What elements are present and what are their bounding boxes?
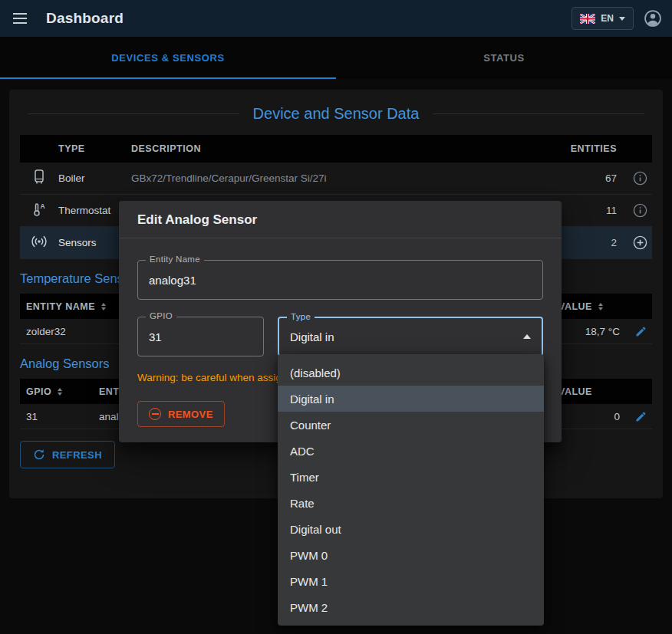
refresh-button[interactable]: REFRESH [20,441,115,468]
device-description: GBx72/Trendline/Cerapur/Greenstar Si/27i [131,172,552,184]
column-header-value: VALUE [552,386,621,397]
column-header-entities: ENTITIES [552,143,621,154]
info-icon[interactable] [633,171,647,186]
dialog-title: Edit Analog Sensor [119,201,562,238]
device-entities-count: 67 [552,172,621,184]
menu-item-disabled[interactable]: (disabled) [278,360,544,386]
sensor-value: 18,7 °C [552,326,621,337]
device-entities-count: 11 [552,205,621,216]
hamburger-icon [12,12,28,25]
menu-item-pwm-1[interactable]: PWM 1 [278,568,544,594]
entity-name-field[interactable]: Entity Name [137,260,543,300]
menu-item-digital-out[interactable]: Digital out [278,516,544,542]
app-title: Dashboard [46,10,124,27]
column-header-gpio[interactable]: GPIO [20,386,93,397]
remove-label: REMOVE [168,409,213,420]
column-header-value[interactable]: VALUE [552,301,621,312]
type-select[interactable]: Type Digital in [278,317,543,356]
tab-devices-sensors[interactable]: DEVICES & SENSORS [0,37,336,79]
entity-name-label: Entity Name [146,255,204,264]
menu-item-rate[interactable]: Rate [278,490,544,516]
device-type: Boiler [58,172,131,184]
tab-status[interactable]: STATUS [336,37,672,79]
devices-table-header: TYPE DESCRIPTION ENTITIES [20,135,652,163]
account-button[interactable] [643,8,663,28]
menu-item-adc[interactable]: ADC [278,438,544,464]
chevron-up-icon [523,334,531,339]
edit-icon[interactable] [634,325,647,338]
account-icon [643,8,663,28]
sensor-gpio: 31 [20,411,93,422]
entity-name-input[interactable] [149,274,532,287]
page-title: Device and Sensor Data [28,105,644,123]
menu-item-digital-in[interactable]: Digital in [278,386,544,412]
uk-flag-icon [580,14,595,24]
language-selector[interactable]: EN [572,7,634,30]
sort-icon [101,303,106,310]
menu-item-timer[interactable]: Timer [278,464,544,490]
appbar-right: EN [572,7,663,30]
sensor-value: 0 [552,411,621,422]
info-icon[interactable] [633,203,647,218]
chevron-down-icon [619,17,625,21]
app-bar: Dashboard EN [0,0,672,37]
menu-item-pwm-2[interactable]: PWM 2 [278,594,544,620]
menu-button[interactable] [12,12,28,25]
refresh-label: REFRESH [52,449,102,461]
svg-text:A: A [41,202,45,210]
column-header-type: TYPE [58,143,131,154]
tab-bar: DEVICES & SENSORS STATUS [0,37,672,79]
language-label: EN [601,13,614,24]
table-row-boiler[interactable]: Boiler GBx72/Trendline/Cerapur/Greenstar… [20,163,652,195]
type-selected-value: Digital in [290,330,334,343]
remove-button[interactable]: REMOVE [137,401,225,427]
thermostat-icon: A [31,202,47,217]
sort-icon [58,388,62,396]
gpio-label: GPIO [146,311,176,320]
type-dropdown-menu: (disabled) Digital in Counter ADC Timer … [278,354,544,626]
sensors-icon [31,235,48,248]
menu-item-counter[interactable]: Counter [278,412,544,438]
edit-icon[interactable] [634,410,647,423]
column-header-description: DESCRIPTION [131,143,552,154]
type-label: Type [287,312,315,321]
gpio-input[interactable] [149,330,252,343]
gpio-field[interactable]: GPIO [137,317,264,356]
add-icon[interactable] [633,235,647,250]
refresh-icon [33,448,45,461]
menu-item-pwm-0[interactable]: PWM 0 [278,542,544,568]
sort-icon [598,303,603,310]
remove-icon [149,408,161,420]
boiler-icon [33,169,45,185]
device-entities-count: 2 [552,237,621,248]
